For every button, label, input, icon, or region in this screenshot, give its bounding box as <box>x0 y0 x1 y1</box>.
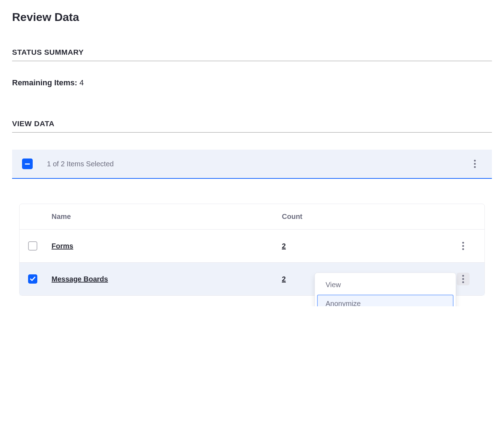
view-data-header: VIEW DATA <box>12 119 492 133</box>
kebab-icon <box>474 160 476 168</box>
status-summary-header: STATUS SUMMARY <box>12 48 492 61</box>
row-checkbox[interactable] <box>28 274 37 284</box>
remaining-items-label: Remaining Items: <box>12 78 77 87</box>
selection-count-text: 1 of 2 Items Selected <box>47 160 114 168</box>
svg-point-5 <box>462 248 464 250</box>
selection-bar-left: 1 of 2 Items Selected <box>22 159 114 169</box>
row-name-link[interactable]: Message Boards <box>52 275 108 283</box>
selection-bar: 1 of 2 Items Selected <box>12 150 492 179</box>
kebab-icon <box>462 242 464 250</box>
svg-point-7 <box>462 278 464 280</box>
svg-point-1 <box>474 163 476 165</box>
check-icon <box>30 276 36 282</box>
column-header-count: Count <box>282 213 449 221</box>
svg-point-0 <box>474 160 476 162</box>
table-row: Forms 2 <box>20 230 484 263</box>
svg-point-6 <box>462 275 464 277</box>
svg-point-4 <box>462 245 464 247</box>
column-header-name: Name <box>52 213 282 221</box>
menu-item-anonymize[interactable]: Anonymize <box>317 295 454 306</box>
row-count-link[interactable]: 2 <box>282 275 286 283</box>
selection-actions-button[interactable] <box>468 157 481 170</box>
page-title: Review Data <box>12 11 492 24</box>
row-actions-button[interactable] <box>457 273 470 285</box>
menu-item-view[interactable]: View <box>317 276 454 294</box>
select-all-checkbox[interactable] <box>22 159 33 169</box>
svg-point-3 <box>462 242 464 244</box>
remaining-items: Remaining Items: 4 <box>12 78 492 87</box>
kebab-icon <box>462 275 464 283</box>
svg-point-8 <box>462 281 464 283</box>
row-actions-button[interactable] <box>457 240 470 252</box>
data-table: Name Count Forms 2 <box>19 204 485 296</box>
row-checkbox[interactable] <box>28 241 37 251</box>
table-row: Message Boards 2 View Anonymize Delete <box>20 263 484 295</box>
table-header-row: Name Count <box>20 204 484 230</box>
row-count-link[interactable]: 2 <box>282 242 286 250</box>
svg-point-2 <box>474 166 476 168</box>
row-name-link[interactable]: Forms <box>52 242 73 250</box>
remaining-items-value: 4 <box>80 78 84 87</box>
indeterminate-icon <box>25 163 30 165</box>
row-actions-menu: View Anonymize Delete <box>315 273 456 306</box>
